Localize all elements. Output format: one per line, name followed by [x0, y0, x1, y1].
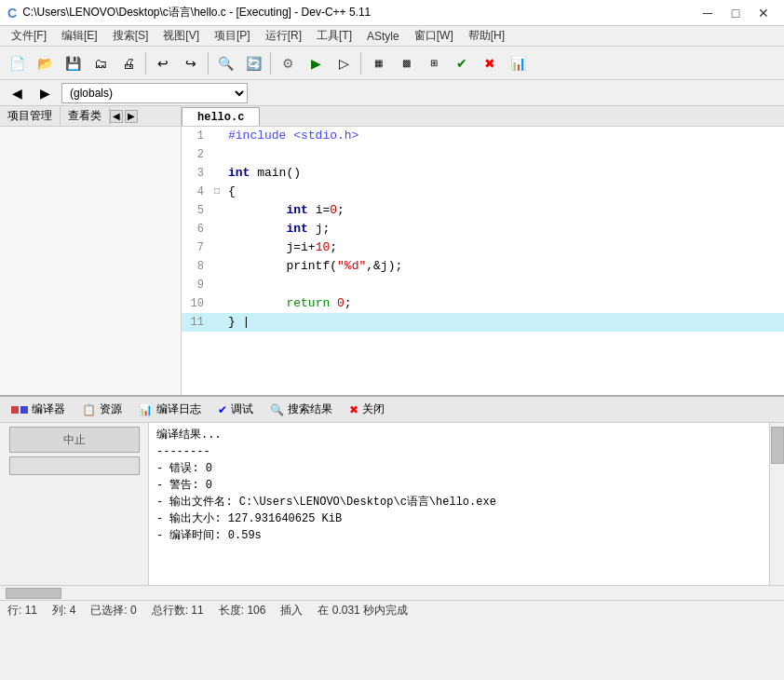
print-button[interactable]: 🖨: [115, 50, 142, 76]
sidebar-tab-class[interactable]: 查看类: [61, 106, 110, 126]
scope-fwd-button[interactable]: ▶: [32, 80, 58, 106]
fold-indicator: [210, 145, 224, 164]
sidebar-tabs: 项目管理 查看类 ◀ ▶: [0, 106, 181, 127]
close-button[interactable]: ✕: [750, 4, 777, 22]
tab-compiler[interactable]: 编译器: [4, 399, 73, 421]
sidebar-panel: 项目管理 查看类 ◀ ▶: [0, 106, 182, 395]
nav-prev-arrow[interactable]: ◀: [110, 110, 123, 123]
save-all-button[interactable]: 🗂: [88, 50, 114, 76]
line-number: 4: [182, 183, 210, 201]
title-bar-title: C:\Users\LENOVO\Desktop\c语言\hello.c - [E…: [22, 5, 371, 20]
line-number: 6: [182, 220, 210, 238]
table-row: 8 printf("%d",&j);: [182, 257, 784, 276]
new-button[interactable]: 📄: [4, 50, 30, 76]
status-time: 在 0.031 秒内完成: [318, 603, 408, 619]
output-line: - 编译时间: 0.59s: [156, 527, 762, 544]
hscroll-thumb[interactable]: [6, 588, 61, 599]
status-bar: 行: 11 列: 4 已选择: 0 总行数: 11 长度: 106 插入 在 0…: [0, 600, 784, 620]
output-line: 编译结果...: [156, 427, 762, 443]
code-line[interactable]: [224, 276, 784, 294]
code-line[interactable]: int i=0;: [224, 201, 784, 220]
tab-debug[interactable]: ✔ 调试: [210, 399, 261, 421]
redo-button[interactable]: ↪: [178, 50, 204, 76]
scrollbar-thumb[interactable]: [771, 427, 784, 464]
code-table: 1 #include <stdio.h> 2 3 int main(): [182, 127, 784, 332]
code-editor[interactable]: hello.c 1 #include <stdio.h> 2 3: [182, 106, 784, 395]
scope-dropdown[interactable]: (globals): [61, 83, 248, 103]
menu-tools[interactable]: 工具[T]: [309, 26, 359, 46]
line-number: 8: [182, 257, 210, 276]
output-hscrollbar[interactable]: [0, 585, 784, 600]
line-number: 3: [182, 164, 210, 183]
resources-icon: 📋: [82, 403, 96, 416]
output-line: - 警告: 0: [156, 477, 762, 494]
menu-project[interactable]: 项目[P]: [207, 26, 258, 46]
menu-run[interactable]: 运行[R]: [258, 26, 309, 46]
line-number: 1: [182, 127, 210, 145]
chart-button[interactable]: 📊: [505, 50, 531, 76]
undo-button[interactable]: ↩: [150, 50, 176, 76]
menu-astyle[interactable]: AStyle: [359, 28, 407, 45]
sidebar-tab-project[interactable]: 项目管理: [0, 106, 61, 126]
line-number: 11: [182, 313, 210, 332]
toolbar-sep-3: [270, 52, 271, 75]
table-row: 1 #include <stdio.h>: [182, 127, 784, 145]
code-line[interactable]: #include <stdio.h>: [224, 127, 784, 145]
layout3-button[interactable]: ⊞: [421, 50, 447, 76]
stop-button[interactable]: ✖: [477, 50, 503, 76]
code-line[interactable]: int main(): [224, 164, 784, 183]
minimize-button[interactable]: ─: [695, 4, 721, 22]
save-button[interactable]: 💾: [60, 50, 86, 76]
check-button[interactable]: ✔: [449, 50, 475, 76]
menu-search[interactable]: 搜索[S]: [105, 26, 156, 46]
menu-edit[interactable]: 编辑[E]: [54, 26, 105, 46]
tab-close[interactable]: ✖ 关闭: [342, 399, 392, 421]
table-row: 11 } |: [182, 313, 784, 332]
output-scrollbar[interactable]: [769, 423, 784, 585]
tab-compile-log[interactable]: 📊 编译日志: [131, 399, 209, 421]
find-button[interactable]: 🔍: [212, 50, 238, 76]
open-button[interactable]: 📂: [32, 50, 58, 76]
code-line[interactable]: {: [224, 183, 784, 201]
status-insert-mode: 插入: [280, 603, 303, 619]
progress-bar: [9, 456, 140, 475]
bottom-content: 中止 编译结果... -------- - 错误: 0 - 警告: 0 - 输出…: [0, 423, 784, 585]
menu-help[interactable]: 帮助[H]: [461, 26, 512, 46]
compile-run-button[interactable]: ▷: [331, 50, 357, 76]
code-line[interactable]: [224, 145, 784, 164]
tab-search-results[interactable]: 🔍 搜索结果: [263, 399, 340, 421]
scope-back-button[interactable]: ◀: [4, 80, 30, 106]
code-line[interactable]: int j;: [224, 220, 784, 238]
search-results-icon: 🔍: [270, 403, 284, 416]
fold-indicator[interactable]: □: [210, 183, 224, 201]
layout2-button[interactable]: ▩: [393, 50, 419, 76]
nav-next-arrow[interactable]: ▶: [125, 110, 138, 123]
tab-resources[interactable]: 📋 资源: [74, 399, 129, 421]
menu-view[interactable]: 视图[V]: [155, 26, 207, 46]
run-button[interactable]: ▶: [303, 50, 329, 76]
table-row: 4 □ {: [182, 183, 784, 201]
status-col: 列: 4: [52, 603, 75, 619]
compile-button[interactable]: ⚙: [275, 50, 301, 76]
compile-output: 编译结果... -------- - 错误: 0 - 警告: 0 - 输出文件名…: [149, 423, 769, 585]
code-line[interactable]: } |: [224, 313, 784, 332]
toolbar-sep-1: [145, 52, 146, 75]
layout1-button[interactable]: ▦: [365, 50, 391, 76]
editor-wrapper: 项目管理 查看类 ◀ ▶ hello.c 1 #include <stdio.h…: [0, 106, 784, 395]
app-icon: C: [7, 6, 17, 20]
line-number: 2: [182, 145, 210, 164]
window-controls: ─ □ ✕: [695, 4, 777, 22]
replace-button[interactable]: 🔄: [240, 50, 266, 76]
menu-file[interactable]: 文件[F]: [4, 26, 54, 46]
compile-log-icon: 📊: [139, 403, 153, 416]
code-line[interactable]: printf("%d",&j);: [224, 257, 784, 276]
title-bar: C C:\Users\LENOVO\Desktop\c语言\hello.c - …: [0, 0, 784, 26]
code-line[interactable]: return 0;: [224, 294, 784, 313]
abort-button[interactable]: 中止: [9, 427, 140, 453]
maximize-button[interactable]: □: [723, 4, 749, 22]
fold-indicator: [210, 257, 224, 276]
code-line[interactable]: j=i+10;: [224, 238, 784, 257]
output-line: - 输出文件名: C:\Users\LENOVO\Desktop\c语言\hel…: [156, 494, 762, 510]
file-tab-hello-c[interactable]: hello.c: [182, 107, 260, 126]
menu-window[interactable]: 窗口[W]: [407, 26, 461, 46]
